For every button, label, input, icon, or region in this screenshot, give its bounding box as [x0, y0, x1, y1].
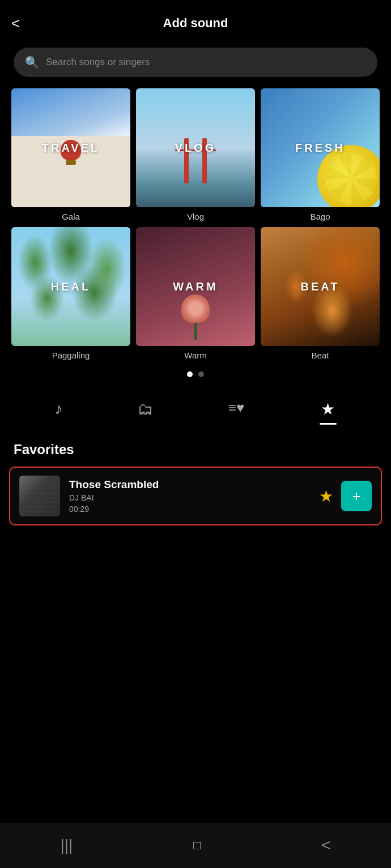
dot-2[interactable] — [198, 371, 204, 377]
genre-thumb-vlog: VLOG — [136, 88, 255, 207]
genre-thumb-travel: TRAVEL — [11, 88, 130, 207]
genre-thumb-beat: BEAT — [261, 227, 380, 346]
track-artist: DJ BAI — [69, 493, 310, 502]
genre-item-heal[interactable]: HEAL Paggaling — [11, 227, 130, 360]
home-nav-button[interactable]: □ — [193, 838, 201, 853]
tab-active-indicator — [320, 423, 337, 425]
genre-overlay-beat: BEAT — [301, 280, 340, 293]
dot-1[interactable] — [187, 371, 193, 377]
folder-icon: 🗂 — [138, 400, 154, 418]
genre-name-travel: Gala — [62, 212, 80, 221]
genre-name-warm: Warm — [184, 350, 206, 360]
search-container: 🔍 Search songs or singers — [0, 42, 391, 88]
page-title: Add sound — [163, 16, 228, 31]
search-input[interactable]: Search songs or singers — [46, 57, 150, 68]
search-bar[interactable]: 🔍 Search songs or singers — [14, 48, 377, 77]
back-button[interactable]: < — [11, 15, 20, 32]
back-nav-button[interactable]: < — [321, 836, 330, 854]
track-title: Those Scrambled — [69, 478, 310, 491]
search-icon: 🔍 — [25, 55, 39, 69]
tab-folder[interactable]: 🗂 — [126, 394, 165, 424]
tab-tiktok[interactable]: ♪ — [43, 394, 74, 424]
section-favorites-title: Favorites — [0, 430, 391, 467]
star-tab-icon: ★ — [321, 400, 335, 418]
genre-overlay-heal: HEAL — [51, 280, 91, 293]
genre-overlay-travel: TRAVEL — [42, 142, 100, 155]
tiktok-icon: ♪ — [54, 400, 62, 418]
track-duration: 00:29 — [69, 504, 310, 514]
genre-thumb-fresh: FRESH — [261, 88, 380, 207]
genre-overlay-warm: WARM — [173, 280, 218, 293]
header: < Add sound — [0, 0, 391, 42]
genre-name-beat: Beat — [312, 350, 329, 360]
track-thumbnail — [19, 476, 60, 516]
page-dots — [0, 360, 391, 383]
favorite-star-icon[interactable]: ★ — [319, 487, 333, 506]
genre-item-fresh[interactable]: FRESH Bago — [261, 88, 380, 221]
genre-overlay-vlog: VLOG — [175, 142, 216, 155]
genre-thumb-heal: HEAL — [11, 227, 130, 346]
genre-item-travel[interactable]: TRAVEL Gala — [11, 88, 130, 221]
rose-icon — [181, 294, 210, 334]
genre-item-vlog[interactable]: VLOG Vlog — [136, 88, 255, 221]
genre-name-fresh: Bago — [310, 212, 330, 221]
track-thumbnail-art — [19, 476, 60, 516]
track-info: Those Scrambled DJ BAI 00:29 — [69, 478, 310, 514]
genre-item-beat[interactable]: BEAT Beat — [261, 227, 380, 360]
tab-favorites[interactable]: ★ — [308, 394, 348, 430]
lemon-icon — [317, 145, 380, 207]
bottom-nav: ||| □ < — [0, 823, 391, 868]
tab-bar: ♪ 🗂 ≡♥ ★ — [0, 383, 391, 430]
genre-name-heal: Paggaling — [52, 350, 90, 360]
genre-grid: TRAVEL Gala VLOG Vlog FRESH Bago HEAL Pa… — [0, 88, 391, 360]
genre-item-warm[interactable]: WARM Warm — [136, 227, 255, 360]
add-to-project-button[interactable]: + — [341, 481, 372, 511]
genre-name-vlog: Vlog — [187, 212, 204, 221]
genre-overlay-fresh: FRESH — [295, 142, 345, 155]
playlist-icon: ≡♥ — [228, 400, 244, 416]
track-item[interactable]: Those Scrambled DJ BAI 00:29 ★ + — [9, 467, 382, 525]
recents-nav-button[interactable]: ||| — [60, 836, 73, 854]
genre-thumb-warm: WARM — [136, 227, 255, 346]
tab-playlist[interactable]: ≡♥ — [217, 394, 256, 421]
track-actions: ★ + — [319, 481, 372, 511]
